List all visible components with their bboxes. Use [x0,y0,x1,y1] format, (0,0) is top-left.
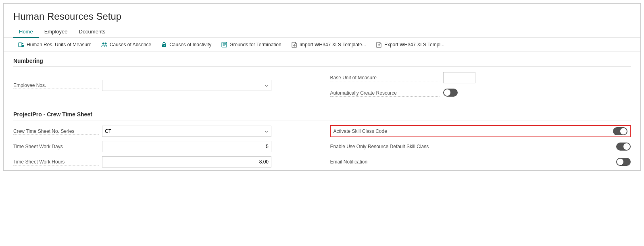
activate-skill-class-row: Activate Skill Class Code [330,125,631,137]
lock-icon [161,41,167,48]
base-unit-label: Base Unit of Measure [330,75,443,81]
activate-skill-class-label: Activate Skill Class Code [333,128,613,134]
list-icon [221,41,227,48]
tab-employee[interactable]: Employee [39,26,73,38]
page-title: Human Resources Setup [4,4,640,26]
auto-create-resource-row: Automatically Create Resource [330,87,631,99]
projectpro-left: Crew Time Sheet No. Series CT Time Sheet… [13,125,314,168]
base-unit-row: Base Unit of Measure [330,72,631,84]
crew-time-sheet-series-label: Crew Time Sheet No. Series [13,128,102,134]
time-sheet-work-days-input[interactable] [102,141,271,152]
toolbar-hr-units-label: Human Res. Units of Measure [27,42,92,48]
toolbar-import-wh347[interactable]: Import WH347 XLS Template... [286,39,371,50]
time-sheet-work-hours-row: Time Sheet Work Hours [13,156,314,168]
nav-tabs: Home Employee Documents [4,26,640,38]
projectpro-form-grid: Crew Time Sheet No. Series CT Time Sheet… [13,125,631,168]
import-file-icon [291,41,298,48]
enable-resource-default-row: Enable Use Only Resource Default Skill C… [330,141,631,153]
tab-documents[interactable]: Documents [73,26,111,38]
crew-time-sheet-series-row: Crew Time Sheet No. Series CT [13,125,314,137]
time-sheet-work-days-label: Time Sheet Work Days [13,144,102,149]
auto-create-resource-label: Automatically Create Resource [330,90,443,96]
svg-rect-0 [19,43,22,47]
email-notification-label: Email Notification [330,159,617,165]
employee-nos-select[interactable] [102,80,271,91]
time-sheet-work-hours-input[interactable] [102,156,271,167]
crew-time-sheet-series-control: CT [102,126,314,137]
hr-icon [18,41,25,48]
auto-create-resource-control [443,89,631,98]
employee-nos-row: Employee Nos. [13,72,314,99]
activate-skill-class-toggle[interactable] [613,127,627,135]
crew-time-sheet-series-select-wrapper: CT [102,126,271,137]
enable-resource-default-toggle[interactable] [616,143,631,151]
toolbar-causes-absence-label: Causes of Absence [110,42,151,48]
toolbar-causes-absence[interactable]: Causes of Absence [96,39,156,50]
enable-resource-default-label: Enable Use Only Resource Default Skill C… [330,144,617,149]
numbering-right: Base Unit of Measure Automatically Creat… [330,72,631,99]
toolbar: Human Res. Units of Measure Causes of Ab… [4,38,640,52]
time-sheet-work-days-row: Time Sheet Work Days [13,141,314,153]
time-sheet-work-hours-control [102,156,314,167]
employee-nos-label: Employee Nos. [13,83,102,88]
toolbar-export-wh347[interactable]: Export WH347 XLS Templ... [371,39,449,50]
time-sheet-work-hours-label: Time Sheet Work Hours [13,159,102,165]
employee-nos-control [102,80,314,91]
time-sheet-work-days-control [102,141,314,152]
base-unit-control [443,72,631,83]
numbering-form-grid: Employee Nos. Base Unit of Measure [13,72,631,99]
auto-create-resource-toggle[interactable] [443,89,458,97]
projectpro-right: Activate Skill Class Code Enable Use Onl… [330,125,631,168]
svg-point-4 [104,43,106,45]
toolbar-grounds-termination[interactable]: Grounds for Termination [216,39,286,50]
toolbar-grounds-termination-label: Grounds for Termination [229,42,281,48]
email-notification-toggle[interactable] [616,158,631,166]
export-file-icon [376,41,382,48]
toolbar-import-wh347-label: Import WH347 XLS Template... [300,42,366,48]
employee-nos-select-wrapper [102,80,271,91]
svg-rect-2 [22,45,24,47]
base-unit-input[interactable] [443,72,475,83]
group-icon [101,41,108,48]
svg-point-3 [102,43,104,45]
toolbar-causes-inactivity[interactable]: Causes of Inactivity [156,39,216,50]
toolbar-hr-units[interactable]: Human Res. Units of Measure [13,39,96,50]
toolbar-export-wh347-label: Export WH347 XLS Templ... [384,42,444,48]
crew-time-sheet-series-select[interactable]: CT [102,126,271,137]
toolbar-causes-inactivity-label: Causes of Inactivity [169,42,211,48]
svg-point-1 [22,43,23,44]
tab-home[interactable]: Home [13,26,39,38]
page-wrapper: Human Resources Setup Home Employee Docu… [3,3,641,171]
projectpro-title: ProjectPro - Crew Time Sheet [13,111,631,120]
projectpro-section: ProjectPro - Crew Time Sheet Crew Time S… [4,105,640,170]
email-notification-row: Email Notification [330,156,631,168]
numbering-title: Numbering [13,58,631,67]
svg-point-6 [164,45,165,46]
numbering-section: Numbering Employee Nos. Base Unit of Mea… [4,52,640,101]
